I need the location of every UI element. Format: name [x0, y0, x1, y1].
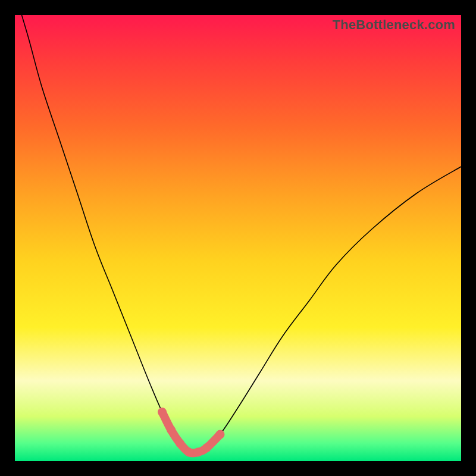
chart-plot-area: TheBottleneck.com: [15, 15, 461, 461]
optimal-range-dot: [158, 408, 167, 416]
optimal-range-dot: [193, 448, 202, 457]
optimal-range-dot: [216, 430, 225, 439]
chart-frame: TheBottleneck.com: [0, 0, 476, 476]
bottleneck-curve: [15, 15, 461, 453]
optimal-range-dot: [176, 439, 184, 448]
optimal-range-dot: [184, 448, 193, 457]
chart-svg: [15, 15, 461, 461]
optimal-range-dot: [167, 425, 176, 434]
optimal-range-dot: [202, 443, 211, 452]
